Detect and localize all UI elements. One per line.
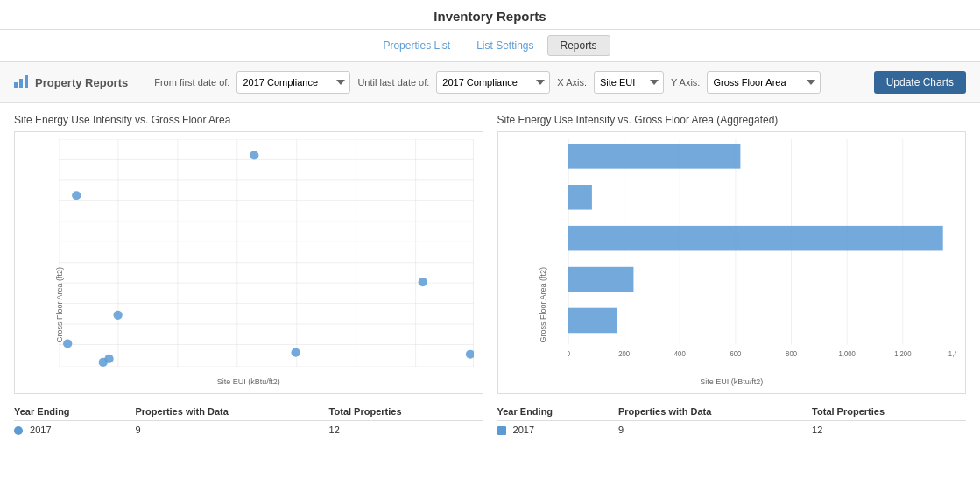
left-y-axis-label: Gross Floor Area (ft2)	[55, 267, 64, 343]
left-legend-total-header: Total Properties	[329, 403, 483, 421]
svg-point-44	[72, 191, 81, 200]
xaxis-label: X Axis:	[557, 77, 587, 88]
until-label: Until last date of:	[357, 77, 429, 88]
right-legend-sq	[497, 426, 506, 435]
svg-rect-72	[568, 308, 617, 334]
tab-list-settings[interactable]: List Settings	[463, 35, 546, 56]
right-legend-total: 12	[812, 421, 966, 439]
left-legend-dot	[14, 426, 23, 435]
right-chart-panel: Site Energy Use Intensity vs. Gross Floo…	[497, 114, 967, 439]
svg-text:1,000: 1,000	[838, 350, 856, 358]
right-chart-title: Site Energy Use Intensity vs. Gross Floo…	[497, 114, 967, 126]
svg-text:600: 600	[730, 350, 741, 358]
right-legend-row: 2017 9 12	[497, 421, 967, 439]
left-legend-table: Year Ending Properties with Data Total P…	[14, 403, 483, 439]
left-legend-year-header: Year Ending	[14, 403, 135, 421]
svg-text:1,200: 1,200	[894, 350, 912, 358]
svg-text:400: 400	[673, 350, 685, 358]
svg-text:0: 0	[568, 350, 571, 358]
right-legend-properties: 9	[618, 421, 812, 439]
svg-text:1,400: 1,400	[948, 350, 956, 358]
scatter-svg: 550,000 500,000 450,000 400,000 350,000 …	[59, 139, 474, 367]
svg-rect-2	[25, 75, 28, 88]
right-y-axis-label: Gross Floor Area (ft2)	[539, 267, 547, 343]
svg-text:200: 200	[618, 350, 630, 358]
from-date-select[interactable]: 2017 Compliance	[236, 71, 350, 94]
svg-point-47	[113, 311, 122, 320]
bar-chart-icon	[14, 75, 28, 90]
svg-text:800: 800	[786, 350, 797, 358]
svg-rect-1	[19, 79, 23, 88]
right-legend-year: 2017	[497, 421, 618, 439]
svg-rect-71	[568, 267, 633, 292]
svg-rect-68	[568, 144, 740, 169]
right-legend-year-header: Year Ending	[497, 403, 618, 421]
svg-rect-70	[568, 226, 943, 251]
bar-svg: 0 200 400 600 800 1,000 1,200 1,400	[568, 139, 957, 367]
svg-point-50	[419, 278, 427, 286]
main-content: Site Energy Use Intensity vs. Gross Floo…	[0, 103, 980, 449]
xaxis-select[interactable]: Site EUI	[594, 71, 664, 94]
left-legend-row: 2017 9 12	[14, 421, 483, 439]
right-legend-props-header: Properties with Data	[618, 403, 812, 421]
left-legend-props-header: Properties with Data	[135, 403, 328, 421]
from-label: From first date of:	[154, 77, 229, 88]
left-chart-title: Site Energy Use Intensity vs. Gross Floo…	[14, 114, 483, 126]
tab-properties-list[interactable]: Properties List	[370, 35, 463, 56]
svg-point-51	[466, 350, 474, 359]
left-legend-year: 2017	[14, 421, 135, 439]
left-chart-panel: Site Energy Use Intensity vs. Gross Floo…	[14, 114, 483, 439]
svg-point-46	[104, 355, 113, 363]
toolbar: Property Reports From first date of: 201…	[0, 62, 980, 103]
svg-point-43	[63, 339, 72, 348]
update-charts-button[interactable]: Update Charts	[874, 71, 966, 94]
right-legend-total-header: Total Properties	[812, 403, 966, 421]
section-label: Property Reports	[35, 76, 128, 89]
svg-point-49	[291, 348, 300, 357]
page-title: Inventory Reports	[0, 9, 980, 24]
nav-tabs: Properties List List Settings Reports	[0, 30, 980, 62]
right-legend-table: Year Ending Properties with Data Total P…	[497, 403, 967, 439]
yaxis-select[interactable]: Gross Floor Area	[707, 71, 821, 94]
svg-point-48	[250, 151, 258, 159]
until-date-select[interactable]: 2017 Compliance	[436, 71, 550, 94]
yaxis-label: Y Axis:	[671, 77, 700, 88]
scatter-chart: Gross Floor Area (ft2)	[14, 131, 483, 394]
left-legend-total: 12	[329, 421, 483, 439]
left-legend-properties: 9	[135, 421, 328, 439]
tab-reports[interactable]: Reports	[547, 35, 610, 56]
bar-chart: Gross Floor Area (ft2) 0 200 400 600 800…	[497, 131, 967, 394]
right-x-axis-label: Site EUI (kBtu/ft2)	[700, 377, 763, 386]
left-x-axis-label: Site EUI (kBtu/ft2)	[217, 377, 280, 386]
svg-rect-0	[14, 82, 18, 88]
svg-rect-69	[568, 185, 592, 210]
